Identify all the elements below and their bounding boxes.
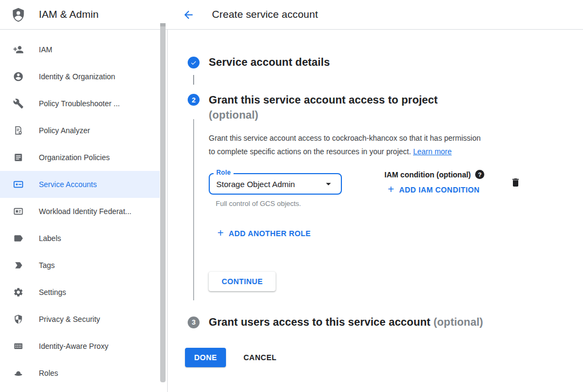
page-title: Create service account: [212, 9, 318, 20]
delete-role-button[interactable]: [510, 177, 521, 190]
gear-icon: [13, 287, 24, 298]
sidebar-item-iam[interactable]: IAM: [0, 36, 160, 63]
add-iam-condition-button[interactable]: + ADD IAM CONDITION: [388, 185, 479, 194]
step-3-title-text: Grant users access to this service accou…: [209, 316, 430, 328]
check-icon: [190, 59, 197, 66]
create-service-account-panel: Service account details 2 Grant this ser…: [168, 30, 583, 392]
add-another-role-button[interactable]: + ADD ANOTHER ROLE: [217, 229, 311, 238]
plus-icon: +: [388, 185, 394, 193]
trash-icon: [510, 177, 521, 188]
sidebar-item-policy-troubleshooter[interactable]: Policy Troubleshooter ...: [0, 90, 160, 117]
continue-button[interactable]: CONTINUE: [209, 272, 276, 291]
step-2-optional-label: (optional): [209, 109, 258, 121]
step-2-title-text: Grant this service account access to pro…: [209, 94, 438, 106]
step-3-title: Grant users access to this service accou…: [209, 315, 483, 329]
sidebar-item-privacy-security[interactable]: Privacy & Security: [0, 306, 160, 333]
product-header: IAM & Admin: [0, 0, 168, 29]
add-iam-condition-label: ADD IAM CONDITION: [399, 185, 479, 194]
id-card-icon: [13, 206, 24, 217]
step-1-header: Service account details: [188, 55, 583, 70]
sidebar-item-label: Policy Troubleshooter ...: [39, 99, 120, 108]
sidebar-item-labels[interactable]: Labels: [0, 225, 160, 252]
step-3-number-badge: 3: [188, 317, 200, 328]
role-field-group: Role Storage Object Admin Full control o…: [209, 173, 342, 208]
sidebar-item-label: Policy Analyzer: [39, 126, 90, 135]
chevron-down-icon: [323, 178, 334, 190]
sidebar-item-policy-analyzer[interactable]: Policy Analyzer: [0, 117, 160, 144]
step-connector: [193, 75, 194, 85]
top-bar: IAM & Admin Create service account: [0, 0, 583, 30]
arrow-back-icon: [182, 9, 195, 21]
step-2-number-badge: 2: [188, 94, 200, 106]
sidebar-item-identity-aware-proxy[interactable]: Identity-Aware Proxy: [0, 333, 160, 360]
cancel-button[interactable]: CANCEL: [243, 353, 276, 362]
page-header: Create service account: [168, 0, 583, 29]
description-line-1: Grant this service account access to coc…: [209, 134, 481, 142]
step-3-optional-label: (optional): [434, 316, 483, 328]
hat-icon: [13, 368, 24, 379]
sidebar-scrollbar[interactable]: [160, 23, 166, 386]
add-another-role-label: ADD ANOTHER ROLE: [229, 229, 311, 238]
step-1-title: Service account details: [209, 55, 330, 70]
step-2-section: 2 Grant this service account access to p…: [188, 92, 583, 291]
step-1-complete-badge: [188, 57, 200, 68]
sidebar-scrollbar-thumb[interactable]: [160, 23, 166, 382]
sidebar: IAM Identity & Organization Policy Troub…: [0, 30, 168, 392]
plus-icon: +: [217, 229, 224, 237]
sidebar-item-settings[interactable]: Settings: [0, 279, 160, 306]
service-account-icon: [13, 179, 24, 190]
sidebar-item-label: Workload Identity Federat...: [39, 207, 132, 216]
wrench-icon: [13, 98, 24, 109]
iam-condition-label: IAM condition (optional): [385, 170, 471, 179]
sidebar-item-label: Service Accounts: [39, 180, 97, 189]
step-2-title: Grant this service account access to pro…: [209, 92, 583, 122]
role-field-label: Role: [214, 169, 234, 176]
product-title: IAM & Admin: [39, 9, 99, 20]
sidebar-item-service-accounts[interactable]: Service Accounts: [0, 171, 160, 198]
sidebar-item-label: Privacy & Security: [39, 315, 100, 324]
label-tag-icon: [13, 233, 24, 244]
sidebar-item-tags[interactable]: Tags: [0, 252, 160, 279]
footer-actions: DONE CANCEL: [185, 348, 583, 367]
role-selected-value: Storage Object Admin: [216, 180, 295, 189]
sidebar-item-workload-identity-federation[interactable]: Workload Identity Federat...: [0, 198, 160, 225]
sidebar-item-roles[interactable]: Roles: [0, 360, 160, 387]
iam-condition-group: IAM condition (optional) ? + ADD IAM CON…: [380, 170, 484, 196]
sidebar-item-label: IAM: [39, 45, 52, 54]
help-icon[interactable]: ?: [475, 170, 484, 179]
sidebar-item-organization-policies[interactable]: Organization Policies: [0, 144, 160, 171]
sidebar-item-label: Identity & Organization: [39, 72, 115, 81]
step-3-header: 3 Grant users access to this service acc…: [188, 315, 583, 329]
description-line-2: to complete specific actions on the reso…: [209, 147, 411, 156]
role-select[interactable]: Storage Object Admin: [209, 173, 342, 195]
back-button[interactable]: [182, 8, 195, 21]
person-add-icon: [13, 44, 24, 55]
iam-shield-icon: [10, 6, 26, 23]
account-circle-icon: [13, 71, 24, 82]
policy-analyzer-icon: [13, 125, 24, 136]
shield-half-icon: [13, 314, 24, 325]
role-row: Role Storage Object Admin Full control o…: [209, 173, 583, 208]
sidebar-item-label: Labels: [39, 234, 61, 243]
role-helper-text: Full control of GCS objects.: [216, 200, 342, 208]
sidebar-item-label: Identity-Aware Proxy: [39, 342, 108, 350]
tag-arrow-icon: [13, 260, 24, 271]
step-2-description: Grant this service account access to coc…: [209, 132, 532, 159]
sidebar-item-label: Settings: [39, 288, 66, 297]
proxy-banner-icon: [13, 341, 24, 352]
document-lines-icon: [13, 152, 24, 163]
sidebar-item-identity-organization[interactable]: Identity & Organization: [0, 63, 160, 90]
sidebar-item-label: Roles: [39, 369, 58, 377]
done-button[interactable]: DONE: [185, 348, 226, 367]
sidebar-item-label: Tags: [39, 261, 55, 270]
learn-more-link[interactable]: Learn more: [413, 147, 452, 156]
sidebar-item-label: Organization Policies: [39, 153, 110, 162]
